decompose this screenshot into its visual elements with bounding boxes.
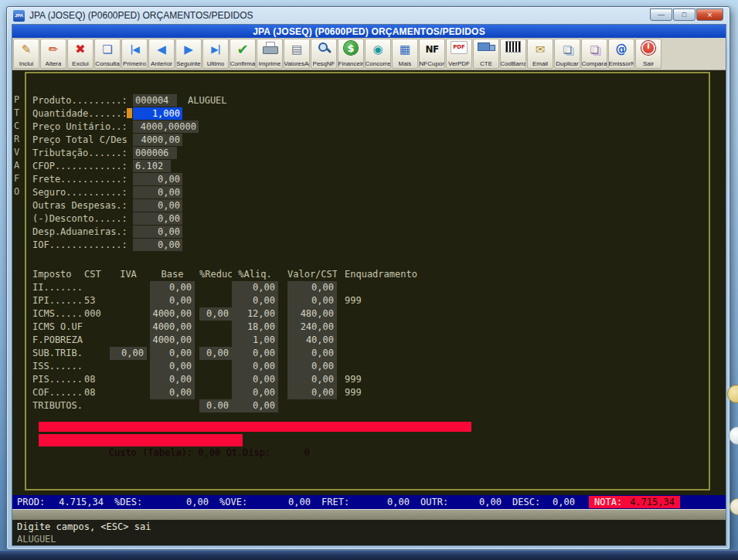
field-input-tributa-o[interactable]: 000006 <box>133 147 177 159</box>
field-label: Preço Unitário..: <box>32 121 133 132</box>
toolbar-button-primeiro[interactable]: |◀Primeiro <box>121 39 148 69</box>
tax-cell-enq <box>343 281 428 294</box>
clipped-label: C <box>14 120 19 133</box>
field-input-frete[interactable]: 0,00 <box>133 173 182 185</box>
toolbar-button-financeiro[interactable]: $Financeiro <box>338 39 364 69</box>
toolbar-button-anterior[interactable]: ◀Anterior <box>148 39 175 69</box>
toolbar-button-mais[interactable]: ▦Mais <box>392 39 418 69</box>
field-input-desconto[interactable]: 0,00 <box>133 212 182 225</box>
field-input-pre-o-total-c-des[interactable]: 4000,00 <box>133 134 182 146</box>
tax-cell-enq <box>343 399 428 412</box>
tax-cell-reduc <box>199 334 232 347</box>
tax-cell-enq: 999 <box>343 386 428 399</box>
field-input-seguro[interactable]: 0,00 <box>133 186 182 199</box>
close-button[interactable]: × <box>696 8 723 21</box>
tax-cell-base: 4000,00 <box>150 307 195 321</box>
tax-cell-valor: 0,00 <box>287 294 337 307</box>
field-label: IOF.............: <box>32 239 133 250</box>
toolbar-button-exclui[interactable]: ✖Exclui <box>67 39 94 69</box>
next-icon: ▶ <box>184 41 193 58</box>
maximize-button[interactable]: □ <box>673 8 695 21</box>
field-label: CFOP............: <box>32 161 133 171</box>
toolbar-button-confirma[interactable]: ✔Confirma <box>230 39 256 69</box>
toolbar-button-label: Mais <box>399 60 412 67</box>
status-value: 4.715,34 <box>59 497 104 507</box>
status-item-des: %DES:0,00 <box>114 497 219 507</box>
toolbar-button-label: Altera <box>46 60 62 67</box>
toolbar-button-nfcupom[interactable]: NFNFCupom <box>419 39 445 69</box>
barcode-icon <box>505 41 521 53</box>
toolbar-button-consulta[interactable]: ❏Consulta <box>94 39 121 69</box>
status-item-desc: DESC:0,00 <box>512 497 586 507</box>
field-input-pre-o-unit-rio[interactable]: 4000,00000 <box>133 120 199 133</box>
status-value: 0,00 <box>186 497 209 507</box>
minimize-button[interactable]: — <box>650 8 672 21</box>
values-doc-icon: ▤ <box>291 41 302 58</box>
toolbar-button-seguinte[interactable]: ▶Seguinte <box>175 39 202 69</box>
field-input-outras-despesas[interactable]: 0,00 <box>133 199 182 212</box>
toolbar-button-label: Inclui <box>19 60 34 67</box>
tax-cell-reduc <box>199 281 232 294</box>
status-item-ove: %OVE:0,00 <box>219 497 321 507</box>
toolbar-button-pesqnf[interactable]: PesqNF <box>311 39 337 69</box>
field-row-pre-o-total-c-des: Preço Total C/Des4000,00 <box>32 133 709 146</box>
confirm-check-icon: ✔ <box>236 41 248 58</box>
toolbar-button-sair[interactable]: Sair <box>635 39 661 69</box>
tax-cell-valor: 240,00 <box>287 321 337 334</box>
tax-header-iva: IVA <box>110 268 147 281</box>
desktop-icon[interactable] <box>729 498 738 515</box>
tax-cell-base: 0,00 <box>150 360 195 373</box>
field-row-desp-aduaneiras: Desp.Aduaneiras.:0,00 <box>32 225 709 238</box>
tax-cell-valor: 480,00 <box>287 307 337 321</box>
field-input-produto[interactable]: 000004 <box>133 94 177 107</box>
tax-cell-cst <box>83 399 110 412</box>
nota-badge: NOTA: 4.715,34 <box>589 496 680 508</box>
toolbar-button-ultimo[interactable]: ▶|Ultimo <box>202 39 229 69</box>
toolbar-button-comparar[interactable]: ❏Comparar <box>581 39 607 69</box>
tax-table-header: ImpostoCSTIVABase%Reduc%Aliq.Valor/CSTEn… <box>32 268 709 281</box>
field-row-pre-o-unit-rio: Preço Unitário..:4000,00000 <box>32 120 709 133</box>
tax-cell-base: 0,00 <box>150 281 195 294</box>
tax-cell-cst: 53 <box>83 294 110 307</box>
status-value: 0,00 <box>387 497 410 507</box>
toolbar-button-cte[interactable]: CTE <box>473 39 499 69</box>
tax-cell-iva <box>110 360 147 373</box>
tax-cell-aliq: 0,00 <box>232 281 278 294</box>
field-row-outras-despesas: Outras Despesas.:0,00 <box>32 199 709 212</box>
field-input-iof[interactable]: 0,00 <box>133 239 182 251</box>
toolbar-button-emissornf[interactable]: @EmissorNF <box>608 39 634 69</box>
toolbar-button-altera[interactable]: ✏Altera <box>40 39 66 69</box>
tax-cell-name: SUB.TRIB. <box>32 347 83 360</box>
tax-cell-valor: 40,00 <box>287 334 337 347</box>
first-icon: |◀ <box>130 41 139 58</box>
window-titlebar[interactable]: JPA JPA (JOSEQ) (P0600PED) ORÇAMENTOS/PE… <box>7 7 729 24</box>
message-area: Digite campos, <ESC> sai ALUGUEL <box>12 520 726 545</box>
tax-cell-valor: 0,00 <box>287 347 337 360</box>
field-input-desp-aduaneiras[interactable]: 0,00 <box>133 226 182 238</box>
windows-taskbar[interactable] <box>0 550 738 560</box>
status-items: PROD:4.715,34%DES:0,00%OVE:0,00FRET:0,00… <box>17 497 586 507</box>
field-input-cfop[interactable]: 6.102 <box>133 160 171 172</box>
tax-cell-aliq: 0,00 <box>232 294 278 307</box>
toolbar-button-valoresag[interactable]: ▤ValoresAg <box>284 39 310 69</box>
field-input-quantidade[interactable]: 1,000 <box>133 107 182 120</box>
toolbar-button-label: CTE <box>480 60 492 67</box>
app-window: JPA JPA (JOSEQ) (P0600PED) ORÇAMENTOS/PE… <box>6 6 730 550</box>
toolbar-button-duplicar[interactable]: ❏Duplicar <box>554 39 580 69</box>
status-label: %DES: <box>114 497 142 507</box>
tax-cell-base: 0,00 <box>150 386 195 399</box>
terminal-area: PTCRVAFO Produto.........:000004ALUGUELQ… <box>12 70 726 495</box>
toolbar-button-concorrenc[interactable]: ◉Concorrenc <box>365 39 391 69</box>
toolbar-button-codbarra[interactable]: CodBarra <box>500 39 526 69</box>
tax-row-sub-trib: SUB.TRIB.0,000,000,000,000,00 <box>32 347 709 360</box>
toolbar-button-inclui[interactable]: ✎Inclui <box>13 39 39 69</box>
toolbar-button-verpdf[interactable]: PDFVerPDF <box>446 39 472 69</box>
toolbar-button-imprime[interactable]: Imprime <box>257 39 283 69</box>
tax-cell-reduc <box>199 360 232 373</box>
tax-cell-base <box>150 399 195 412</box>
tax-cell-iva <box>110 334 147 347</box>
toolbar-button-email[interactable]: ✉Email <box>527 39 553 69</box>
field-label: Outras Despesas.: <box>32 200 133 211</box>
tax-row-icms: ICMS.....0004000,000,0012,00480,00 <box>32 307 709 321</box>
tax-header-base: Base <box>150 268 195 281</box>
